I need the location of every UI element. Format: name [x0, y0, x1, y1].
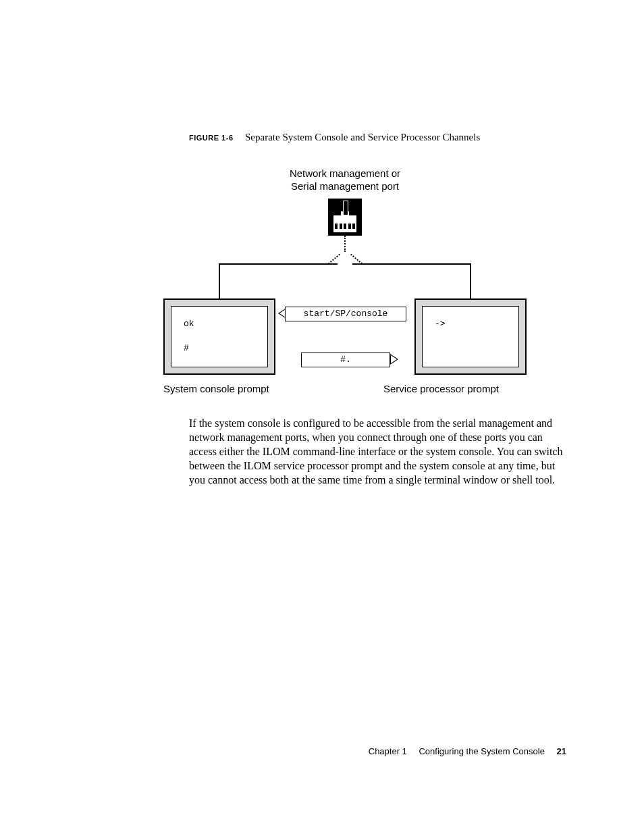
- diagram-top-label: Network management or Serial management …: [163, 167, 527, 193]
- connector-line: [219, 263, 338, 298]
- footer-chapter: Chapter 1: [369, 746, 407, 756]
- service-processor-caption: Service processor prompt: [383, 383, 499, 394]
- diagram-top-label-line2: Serial management port: [291, 180, 399, 192]
- body-paragraph: If the system console is configured to b…: [189, 416, 568, 488]
- figure-caption: FIGURE 1-6 Separate System Console and S…: [189, 132, 480, 143]
- service-processor-line1: ->: [435, 319, 446, 329]
- footer-title: Configuring the System Console: [419, 746, 544, 756]
- system-console-box: ok #: [163, 298, 275, 375]
- connector-line: [352, 263, 471, 298]
- arrow-right-icon: [390, 354, 398, 365]
- document-page: FIGURE 1-6 Separate System Console and S…: [0, 0, 644, 834]
- system-console-line2: #: [184, 343, 189, 353]
- connector-line: [344, 236, 346, 252]
- figure-title: Separate System Console and Service Proc…: [245, 132, 480, 142]
- system-console-line1: ok: [184, 319, 194, 329]
- ethernet-port-icon: [328, 199, 362, 236]
- service-processor-box: ->: [414, 298, 527, 375]
- diagram-top-label-line1: Network management or: [290, 167, 400, 179]
- page-footer: Chapter 1 Configuring the System Console…: [0, 746, 644, 756]
- system-console-caption: System console prompt: [163, 383, 269, 394]
- command-arrow-bottom: #.: [301, 353, 390, 367]
- figure-label: FIGURE 1-6: [189, 134, 234, 142]
- footer-page: 21: [557, 746, 566, 756]
- command-arrow-top: start/SP/console: [285, 307, 406, 321]
- figure-diagram: Network management or Serial management …: [163, 162, 527, 405]
